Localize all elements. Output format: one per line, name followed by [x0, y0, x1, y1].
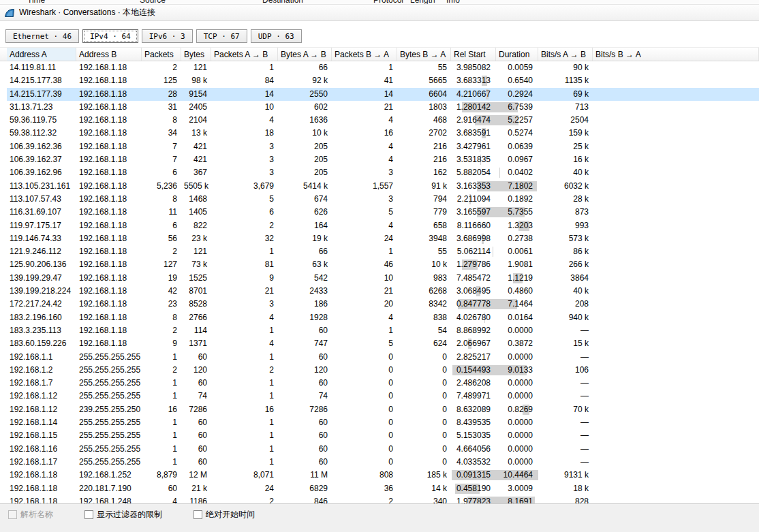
column-header-address-a[interactable]: Address A [7, 48, 76, 61]
table-row[interactable]: 183.2.196.160192.168.1.18827664192848384… [7, 311, 759, 324]
conversations-table-body[interactable]: 14.119.81.11192.168.1.1821211661553.9850… [0, 61, 759, 503]
column-header-address-b[interactable]: Address B [76, 48, 142, 61]
tab-ipv4[interactable]: IPv4 · 64 [82, 29, 138, 43]
cell-packets: 1 [142, 377, 181, 390]
table-row[interactable]: 125.90.206.136192.168.1.1812773 k8163 k4… [7, 258, 759, 271]
table-row[interactable]: 192.168.1.7255.255.255.255160160002.4862… [7, 377, 759, 390]
table-row[interactable]: 192.168.1.18192.168.1.24841186284623401.… [7, 495, 759, 503]
cell-bytes: 74 [181, 390, 211, 403]
cell-bits-per-s-b-to-a [593, 482, 759, 495]
cell-packets: 8 [142, 311, 181, 324]
table-row[interactable]: 183.3.235.113192.168.1.1821141601548.868… [7, 324, 759, 337]
cell-bytes-b-to-a: 91 k [397, 180, 451, 193]
cell-address-a: 59.38.112.32 [7, 127, 76, 140]
table-row[interactable]: 192.168.1.1255.255.255.255160160002.8252… [7, 351, 759, 364]
column-header-bits-per-s-b-to-a[interactable]: Bits/s B → A [593, 48, 759, 61]
cell-packets: 8 [142, 193, 181, 206]
table-row[interactable]: 192.168.1.14255.255.255.255160160008.439… [7, 416, 759, 429]
timeline-cell: 3.6833130.6540 [451, 74, 538, 87]
table-row[interactable]: 119.146.74.33192.168.1.185623 k3219 k243… [7, 232, 759, 245]
column-header-bytes-b-to-a[interactable]: Bytes B → A [397, 48, 451, 61]
bg-column-label: Time [27, 0, 45, 5]
checkbox-box[interactable] [193, 510, 202, 519]
cell-packets-b-to-a: 4 [332, 219, 397, 232]
column-header-packets[interactable]: Packets [142, 48, 181, 61]
table-row[interactable]: 121.9.246.112192.168.1.1821211661555.062… [7, 245, 759, 258]
cell-bits-per-s-a-to-b: — [538, 443, 593, 456]
table-row[interactable]: 113.107.57.43192.168.1.1881468567437942.… [7, 193, 759, 206]
cell-rel-start: 2.825217 [451, 351, 496, 364]
cell-packets: 2 [142, 245, 181, 258]
table-row[interactable]: 192.168.1.16255.255.255.255160160004.664… [7, 443, 759, 456]
table-row[interactable]: 192.168.1.18192.168.1.2528,87912 M8,0711… [7, 469, 759, 482]
table-row[interactable]: 139.199.29.47192.168.1.18191525954210983… [7, 272, 759, 285]
tab-ethernet[interactable]: Ethernet · 46 [5, 29, 79, 43]
table-row[interactable]: 192.168.1.15255.255.255.255160160005.153… [7, 429, 759, 442]
cell-address-b: 192.168.1.18 [76, 311, 142, 324]
cell-packets-b-to-a: 0 [332, 390, 397, 403]
table-row[interactable]: 106.39.162.36192.168.1.187421320542163.4… [7, 140, 759, 153]
column-header-bits-per-s-a-to-b[interactable]: Bits/s A → B [538, 48, 593, 61]
cell-address-a: 125.90.206.136 [7, 258, 76, 271]
column-header-packets-b-to-a[interactable]: Packets B → A [332, 48, 397, 61]
timeline-cell: 5.8820540.0402 [451, 166, 538, 179]
column-header-duration[interactable]: Duration [496, 48, 538, 61]
cell-bits-per-s-b-to-a [593, 61, 759, 74]
cell-packets: 8,879 [142, 469, 181, 482]
table-row[interactable]: 113.105.231.161192.168.1.185,2365505 k3,… [7, 180, 759, 193]
cell-address-b: 255.255.255.255 [76, 416, 142, 429]
tab-tcp[interactable]: TCP · 67 [196, 29, 247, 43]
timeline-cell: 5.0621140.0061 [451, 245, 538, 258]
table-row[interactable]: 192.168.1.12255.255.255.255174174007.489… [7, 390, 759, 403]
table-row[interactable]: 14.119.81.11192.168.1.1821211661553.9850… [7, 61, 759, 74]
table-row[interactable]: 116.31.69.107192.168.1.18111405662657793… [7, 206, 759, 219]
table-row[interactable]: 192.168.1.17255.255.255.255160160004.033… [7, 456, 759, 469]
cell-packets: 60 [142, 482, 181, 495]
table-row[interactable]: 14.215.177.38192.168.1.1812598 k8492 k41… [7, 74, 759, 87]
table-row[interactable]: 14.215.177.39192.168.1.18289154142550146… [7, 88, 759, 101]
table-row[interactable]: 119.97.175.17192.168.1.186822216446588.1… [7, 219, 759, 232]
table-row[interactable]: 31.13.71.23192.168.1.1831240510602211803… [7, 101, 759, 114]
timeline-cell: 0.09131510.4464 [451, 469, 538, 482]
cell-bytes-a-to-b: 60 [278, 429, 332, 442]
table-row[interactable]: 139.199.218.224192.168.1.184287012124332… [7, 285, 759, 298]
cell-packets-b-to-a: 1 [332, 245, 397, 258]
cell-bits-per-s-b-to-a [593, 456, 759, 469]
table-row[interactable]: 183.60.159.226192.168.1.1891371474756242… [7, 337, 759, 350]
column-header-bytes-a-to-b[interactable]: Bytes A → B [278, 48, 332, 61]
cell-packets: 125 [142, 74, 181, 87]
screen: TimeSourceDestinationProtocolLengthInfo … [0, 0, 759, 532]
checkbox-limit-to-display-filter[interactable]: 显示过滤器的限制 [84, 509, 162, 520]
timeline-cell: 3.4279610.0639 [451, 140, 538, 153]
cell-bytes: 2405 [181, 101, 211, 114]
timeline-cell: 3.1633537.1802 [451, 180, 538, 193]
table-row[interactable]: 59.38.112.32192.168.1.183413 k1810 k1627… [7, 127, 759, 140]
cell-bytes: 2104 [181, 114, 211, 127]
table-row[interactable]: 172.217.24.42192.168.1.18238528318620834… [7, 298, 759, 311]
table-row[interactable]: 106.39.162.37192.168.1.187421320542163.5… [7, 153, 759, 166]
column-header-bytes[interactable]: Bytes [181, 48, 211, 61]
column-header-rel-start[interactable]: Rel Start [451, 48, 496, 61]
cell-address-a: 106.39.162.96 [7, 166, 76, 179]
cell-address-a: 14.119.81.11 [7, 61, 76, 74]
tab-udp[interactable]: UDP · 63 [251, 29, 302, 43]
cell-bytes-b-to-a: 0 [397, 416, 451, 429]
table-row[interactable]: 192.168.1.18220.181.7.1906021 k246829361… [7, 482, 759, 495]
checkbox-absolute-start-time[interactable]: 绝对开始时间 [193, 509, 255, 520]
tab-ipv6[interactable]: IPv6 · 3 [142, 29, 193, 43]
table-row[interactable]: 59.36.119.75192.168.1.18821044163644682.… [7, 114, 759, 127]
cell-bits-per-s-a-to-b: 573 k [538, 232, 593, 245]
table-row[interactable]: 106.39.162.96192.168.1.186367320531625.8… [7, 166, 759, 179]
cell-address-b: 255.255.255.255 [76, 351, 142, 364]
cell-packets-a-to-b: 1 [211, 377, 278, 390]
checkbox-box[interactable] [84, 510, 93, 519]
table-row[interactable]: 192.168.1.12239.255.255.2501672861672860… [7, 403, 759, 416]
cell-bytes-b-to-a: 55 [397, 61, 451, 74]
cell-address-b: 239.255.255.250 [76, 403, 142, 416]
cell-bits-per-s-b-to-a [593, 311, 759, 324]
timeline-cell: 3.1655975.7355 [451, 206, 538, 219]
table-row[interactable]: 192.168.1.2255.255.255.25521202120000.15… [7, 364, 759, 377]
column-header-packets-a-to-b[interactable]: Packets A → B [211, 48, 278, 61]
cell-bits-per-s-a-to-b: 266 k [538, 258, 593, 271]
window-titlebar[interactable]: Wireshark · Conversations · 本地连接 [0, 5, 759, 21]
